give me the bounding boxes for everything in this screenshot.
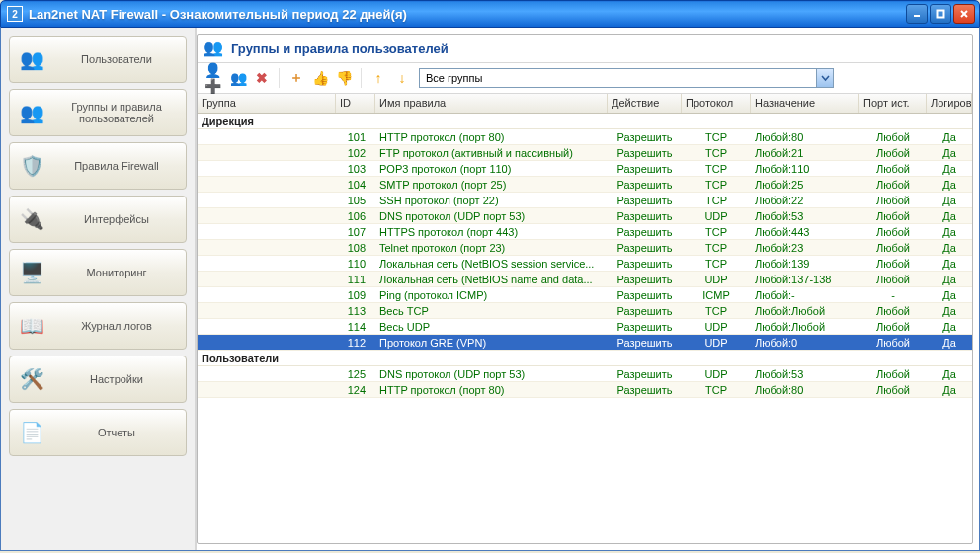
table-row[interactable]: 106DNS протокол (UDP порт 53)РазрешитьUD… bbox=[198, 208, 972, 224]
title-bar: 2 Lan2net NAT Firewall - Ознакомительный… bbox=[0, 0, 980, 28]
minimize-button[interactable] bbox=[906, 4, 928, 24]
action-cell: Разрешить bbox=[608, 195, 682, 206]
rule-cell: Протокол GRE (VPN) bbox=[375, 337, 608, 349]
table-row[interactable]: 110Локальная сеть (NetBIOS session servi… bbox=[198, 256, 972, 272]
move-up-button[interactable]: ↑ bbox=[368, 67, 389, 89]
col-dest[interactable]: Назначение bbox=[751, 94, 859, 113]
group-header[interactable]: Дирекция bbox=[198, 114, 972, 129]
log-cell: Да bbox=[927, 368, 972, 380]
action-cell: Разрешить bbox=[608, 274, 682, 285]
log-cell: Да bbox=[927, 305, 972, 317]
sidebar-item-logs[interactable]: 📖Журнал логов bbox=[9, 302, 187, 350]
app-icon: 2 bbox=[7, 6, 23, 22]
id-cell: 106 bbox=[336, 210, 375, 222]
table-row[interactable]: 124HTTP протокол (порт 80)РазрешитьTCPЛю… bbox=[198, 382, 972, 398]
add-rule-button[interactable]: ＋ bbox=[286, 67, 307, 89]
sidebar-item-ifaces[interactable]: 🔌Интерфейсы bbox=[9, 196, 187, 243]
table-row[interactable]: 114Весь UDPРазрешитьUDPЛюбой:ЛюбойЛюбойД… bbox=[198, 319, 972, 335]
rule-allow-button[interactable]: 👍 bbox=[309, 67, 331, 89]
port-cell: Любой bbox=[859, 147, 927, 159]
table-row[interactable]: 108Telnet протокол (порт 23)РазрешитьTCP… bbox=[198, 240, 972, 256]
id-cell: 109 bbox=[336, 289, 375, 301]
dest-cell: Любой:53 bbox=[751, 210, 859, 222]
col-log[interactable]: Логировать bbox=[927, 94, 972, 113]
port-cell: Любой bbox=[859, 384, 927, 396]
col-group[interactable]: Группа bbox=[198, 94, 336, 113]
table-row[interactable]: 113Весь TCPРазрешитьTCPЛюбой:ЛюбойЛюбойД… bbox=[198, 303, 972, 319]
id-cell: 124 bbox=[336, 384, 375, 396]
delete-user-button[interactable]: ✖ bbox=[251, 67, 273, 89]
port-cell: Любой bbox=[859, 179, 927, 191]
table-row[interactable]: 107HTTPS протокол (порт 443)РазрешитьTCP… bbox=[198, 224, 972, 240]
sidebar-item-firewall[interactable]: 🛡️Правила Firewall bbox=[9, 142, 187, 190]
proto-cell: TCP bbox=[682, 226, 751, 238]
rule-cell: FTP протокол (активный и пассивный) bbox=[375, 147, 608, 159]
table-row[interactable]: 112Протокол GRE (VPN)РазрешитьUDPЛюбой:0… bbox=[198, 335, 972, 351]
table-row[interactable]: 125DNS протокол (UDP порт 53)РазрешитьUD… bbox=[198, 366, 972, 382]
table-row[interactable]: 111Локальная сеть (NetBIOS name and data… bbox=[198, 272, 972, 287]
dest-cell: Любой:110 bbox=[751, 163, 859, 175]
log-cell: Да bbox=[927, 274, 972, 285]
rule-cell: SSH протокол (порт 22) bbox=[375, 195, 608, 206]
sidebar-item-reports[interactable]: 📄Отчеты bbox=[9, 409, 187, 456]
toolbar-separator bbox=[361, 68, 362, 88]
log-cell: Да bbox=[927, 131, 972, 143]
sidebar-item-users[interactable]: 👥Пользователи bbox=[9, 36, 187, 83]
rules-grid: Группа ID Имя правила Действие Протокол … bbox=[198, 94, 972, 543]
log-cell: Да bbox=[927, 179, 972, 191]
table-row[interactable]: 101HTTP протокол (порт 80)РазрешитьTCPЛю… bbox=[198, 129, 972, 145]
proto-cell: TCP bbox=[682, 384, 751, 396]
action-cell: Разрешить bbox=[608, 289, 682, 301]
id-cell: 112 bbox=[336, 337, 375, 349]
app-body: 👥Пользователи👥Группы и правила пользоват… bbox=[0, 28, 980, 551]
rule-cell: HTTP протокол (порт 80) bbox=[375, 131, 608, 143]
dropdown-value: Все группы bbox=[420, 72, 816, 84]
grid-header: Группа ID Имя правила Действие Протокол … bbox=[198, 94, 972, 114]
table-row[interactable]: 102FTP протокол (активный и пассивный)Ра… bbox=[198, 145, 972, 161]
group-filter-dropdown[interactable]: Все группы bbox=[419, 68, 834, 88]
action-cell: Разрешить bbox=[608, 147, 682, 159]
proto-cell: TCP bbox=[682, 147, 751, 159]
rule-cell: HTTP протокол (порт 80) bbox=[375, 384, 608, 396]
action-cell: Разрешить bbox=[608, 163, 682, 175]
port-cell: Любой bbox=[859, 274, 927, 285]
action-cell: Разрешить bbox=[608, 321, 682, 333]
sidebar-item-monitor[interactable]: 🖥️Мониторинг bbox=[9, 249, 187, 296]
move-down-button[interactable]: ↓ bbox=[391, 67, 413, 89]
table-row[interactable]: 105SSH протокол (порт 22)РазрешитьTCPЛюб… bbox=[198, 193, 972, 208]
col-rule[interactable]: Имя правила bbox=[375, 94, 608, 113]
add-user-button[interactable]: 👤➕ bbox=[204, 67, 225, 89]
group-header[interactable]: Пользователи bbox=[198, 351, 972, 366]
col-port[interactable]: Порт ист. bbox=[859, 94, 927, 113]
log-cell: Да bbox=[927, 384, 972, 396]
table-row[interactable]: 109Ping (протокол ICMP)РазрешитьICMPЛюбо… bbox=[198, 287, 972, 303]
proto-cell: UDP bbox=[682, 210, 751, 222]
dest-cell: Любой:- bbox=[751, 289, 859, 301]
col-proto[interactable]: Протокол bbox=[682, 94, 751, 113]
rule-cell: HTTPS протокол (порт 443) bbox=[375, 226, 608, 238]
rule-deny-button[interactable]: 👎 bbox=[333, 67, 355, 89]
table-row[interactable]: 104SMTP протокол (порт 25)РазрешитьTCPЛю… bbox=[198, 177, 972, 193]
dest-cell: Любой:25 bbox=[751, 179, 859, 191]
users-icon: 👥 bbox=[18, 45, 45, 73]
close-button[interactable] bbox=[953, 4, 975, 24]
sidebar-item-settings[interactable]: 🛠️Настройки bbox=[9, 356, 187, 403]
id-cell: 108 bbox=[336, 242, 375, 254]
col-id[interactable]: ID bbox=[336, 94, 375, 113]
dest-cell: Любой:80 bbox=[751, 384, 859, 396]
dest-cell: Любой:0 bbox=[751, 337, 859, 349]
proto-cell: TCP bbox=[682, 163, 751, 175]
table-row[interactable]: 103POP3 протокол (порт 110)РазрешитьTCPЛ… bbox=[198, 161, 972, 177]
dest-cell: Любой:Любой bbox=[751, 305, 859, 317]
add-users-button[interactable]: 👥 bbox=[227, 67, 249, 89]
log-cell: Да bbox=[927, 321, 972, 333]
dest-cell: Любой:137-138 bbox=[751, 274, 859, 285]
port-cell: Любой bbox=[859, 337, 927, 349]
col-action[interactable]: Действие bbox=[608, 94, 682, 113]
port-cell: Любой bbox=[859, 163, 927, 175]
sidebar-item-label: Группы и правила пользователей bbox=[55, 101, 178, 124]
action-cell: Разрешить bbox=[608, 242, 682, 254]
sidebar-item-groups[interactable]: 👥Группы и правила пользователей bbox=[9, 89, 187, 136]
log-cell: Да bbox=[927, 337, 972, 349]
maximize-button[interactable] bbox=[930, 4, 951, 24]
